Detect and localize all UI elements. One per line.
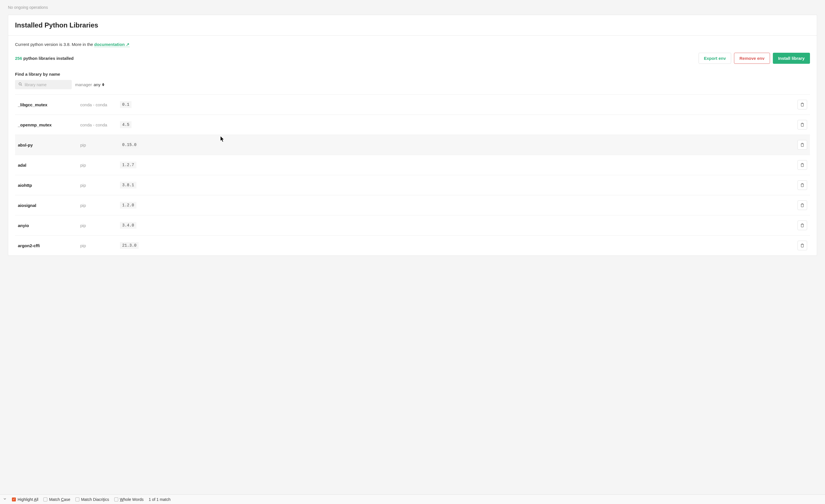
library-name: absl-py — [18, 143, 80, 147]
search-row: manager any — [15, 80, 810, 89]
search-section: Find a library by name manager any — [15, 72, 810, 89]
library-version-cell: 4.5 — [120, 121, 796, 128]
install-library-button[interactable]: Install library — [773, 53, 810, 64]
table-row: anyiopip3.4.0 — [15, 215, 810, 235]
library-manager: pip — [80, 143, 120, 147]
library-actions — [796, 221, 807, 230]
manager-label: manager — [75, 82, 92, 87]
library-name: aiohttp — [18, 183, 80, 188]
manager-filter[interactable]: manager any — [75, 82, 104, 87]
page-title: Installed Python Libraries — [15, 21, 810, 29]
search-icon — [18, 82, 22, 87]
library-version-cell: 3.8.1 — [120, 182, 796, 189]
version-badge: 0.15.0 — [120, 141, 139, 148]
delete-button[interactable] — [798, 160, 807, 170]
delete-button[interactable] — [798, 200, 807, 210]
library-manager: pip — [80, 203, 120, 208]
library-name: _openmp_mutex — [18, 123, 80, 127]
button-group: Export env Remove env Install library — [698, 53, 810, 64]
delete-button[interactable] — [798, 180, 807, 190]
status-bar: No ongoing operations — [0, 0, 825, 15]
trash-icon — [800, 123, 804, 127]
table-row: aiohttppip3.8.1 — [15, 175, 810, 195]
version-badge: 3.4.0 — [120, 222, 136, 229]
delete-button[interactable] — [798, 241, 807, 250]
delete-button[interactable] — [798, 100, 807, 110]
version-badge: 1.2.0 — [120, 202, 136, 209]
table-row: _libgcc_mutexconda - conda0.1 — [15, 94, 810, 115]
count-suffix: python libraries installed — [22, 56, 74, 61]
table-row: aiosignalpip1.2.0 — [15, 195, 810, 215]
panel-header: Installed Python Libraries — [8, 15, 817, 36]
library-version-cell: 3.4.0 — [120, 222, 796, 229]
trash-icon — [800, 223, 804, 228]
library-version-cell: 21.3.0 — [120, 242, 796, 249]
manager-value: any — [93, 82, 100, 87]
delete-button[interactable] — [798, 140, 807, 150]
library-actions — [796, 200, 807, 210]
table-row: _openmp_mutexconda - conda4.5 — [15, 115, 810, 135]
trash-icon — [800, 183, 804, 188]
version-badge: 4.5 — [120, 121, 132, 128]
library-name: aiosignal — [18, 203, 80, 208]
trash-icon — [800, 102, 804, 107]
table-row: adalpip1.2.7 — [15, 155, 810, 175]
search-label: Find a library by name — [15, 72, 810, 77]
version-badge: 0.1 — [120, 101, 132, 108]
svg-point-0 — [19, 83, 21, 85]
library-version-cell: 1.2.0 — [120, 202, 796, 209]
library-actions — [796, 100, 807, 110]
library-name: argon2-cffi — [18, 243, 80, 248]
status-text: No ongoing operations — [8, 5, 48, 10]
search-input[interactable] — [25, 82, 74, 87]
library-manager: pip — [80, 183, 120, 188]
library-manager: pip — [80, 243, 120, 248]
trash-icon — [800, 163, 804, 167]
export-env-button[interactable]: Export env — [698, 53, 732, 64]
library-version-cell: 0.15.0 — [120, 141, 796, 148]
library-actions — [796, 241, 807, 250]
python-version-info: Current python version is 3.8. More in t… — [15, 42, 810, 47]
toolbar-row: 256 python libraries installed Export en… — [15, 53, 810, 64]
library-actions — [796, 120, 807, 130]
library-name: anyio — [18, 223, 80, 228]
remove-env-button[interactable]: Remove env — [734, 53, 770, 64]
table-row: absl-pypip0.15.0 — [15, 135, 810, 155]
documentation-link[interactable]: documentation ↗ — [94, 42, 130, 47]
search-box[interactable] — [15, 80, 72, 89]
libraries-table: _libgcc_mutexconda - conda0.1_openmp_mut… — [15, 94, 810, 256]
library-version-cell: 1.2.7 — [120, 161, 796, 168]
version-badge: 1.2.7 — [120, 161, 136, 168]
library-manager: conda - conda — [80, 123, 120, 127]
library-manager: pip — [80, 163, 120, 167]
library-actions — [796, 180, 807, 190]
library-name: _libgcc_mutex — [18, 102, 80, 107]
version-badge: 3.8.1 — [120, 182, 136, 189]
main-panel: Installed Python Libraries Current pytho… — [8, 15, 817, 256]
library-name: adal — [18, 163, 80, 167]
trash-icon — [800, 203, 804, 208]
trash-icon — [800, 243, 804, 248]
sort-icon — [102, 83, 104, 86]
trash-icon — [800, 143, 804, 147]
delete-button[interactable] — [798, 120, 807, 130]
panel-body: Current python version is 3.8. More in t… — [8, 36, 817, 256]
version-badge: 21.3.0 — [120, 242, 139, 249]
count-number: 256 — [15, 56, 22, 61]
svg-line-1 — [21, 85, 22, 86]
library-actions — [796, 160, 807, 170]
library-manager: pip — [80, 223, 120, 228]
table-row: argon2-cffipip21.3.0 — [15, 235, 810, 256]
library-count: 256 python libraries installed — [15, 56, 74, 61]
library-version-cell: 0.1 — [120, 101, 796, 108]
info-text: Current python version is 3.8. More in t… — [15, 42, 94, 47]
library-actions — [796, 140, 807, 150]
library-manager: conda - conda — [80, 102, 120, 107]
delete-button[interactable] — [798, 221, 807, 230]
